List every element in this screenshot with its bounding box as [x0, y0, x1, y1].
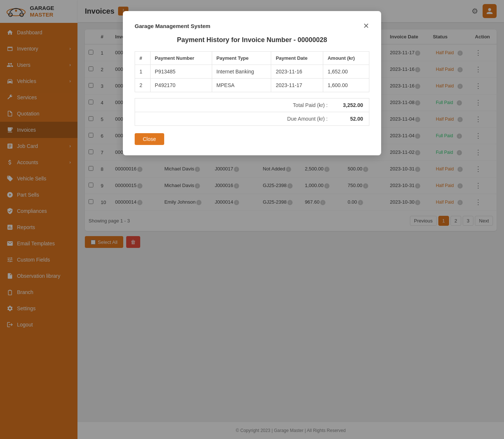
- modal-row-amount: 1,652.00: [323, 65, 369, 79]
- modal-row-num: 2: [135, 79, 151, 92]
- total-paid-value: 3,252.00: [334, 102, 363, 108]
- modal-payment-table: # Payment Number Payment Type Payment Da…: [135, 51, 369, 92]
- modal-row-num: 1: [135, 65, 151, 79]
- modal-close-button[interactable]: Close: [135, 133, 164, 145]
- due-amount-value: 52.00: [334, 116, 363, 122]
- modal-col-payment-type: Payment Type: [212, 52, 271, 65]
- modal-row-payment-type: Internet Banking: [212, 65, 271, 79]
- modal-summary: Total Paid (kr) : 3,252.00 Due Amount (k…: [135, 98, 369, 126]
- modal-box: Garage Management System ✕ Payment Histo…: [123, 11, 381, 155]
- modal-table-header: # Payment Number Payment Type Payment Da…: [135, 52, 369, 65]
- modal-col-payment-number: Payment Number: [150, 52, 212, 65]
- modal-row-payment-date: 2023-11-17: [271, 79, 323, 92]
- modal-row-payment-number: P492170: [150, 79, 212, 92]
- total-paid-row: Total Paid (kr) : 3,252.00: [135, 98, 369, 112]
- modal-row-payment-number: P913485: [150, 65, 212, 79]
- modal-overlay[interactable]: Garage Management System ✕ Payment Histo…: [0, 0, 504, 439]
- modal-row-amount: 1,600.00: [323, 79, 369, 92]
- modal-invoice-title: Payment History for Invoice Number - 000…: [135, 36, 369, 44]
- modal-table-row: 1 P913485 Internet Banking 2023-11-16 1,…: [135, 65, 369, 79]
- modal-col-num: #: [135, 52, 151, 65]
- modal-header: Garage Management System ✕: [135, 21, 369, 30]
- modal-table-body: 1 P913485 Internet Banking 2023-11-16 1,…: [135, 65, 369, 92]
- modal-col-amount: Amount (kr): [323, 52, 369, 65]
- modal-col-payment-date: Payment Date: [271, 52, 323, 65]
- modal-row-payment-type: MPESA: [212, 79, 271, 92]
- due-amount-row: Due Amount (kr) : 52.00: [135, 112, 369, 125]
- modal-row-payment-date: 2023-11-16: [271, 65, 323, 79]
- due-amount-label: Due Amount (kr) :: [287, 116, 328, 122]
- total-paid-label: Total Paid (kr) :: [293, 102, 328, 108]
- modal-close-x-button[interactable]: ✕: [363, 21, 369, 30]
- modal-app-title: Garage Management System: [135, 23, 210, 29]
- modal-table-row: 2 P492170 MPESA 2023-11-17 1,600.00: [135, 79, 369, 92]
